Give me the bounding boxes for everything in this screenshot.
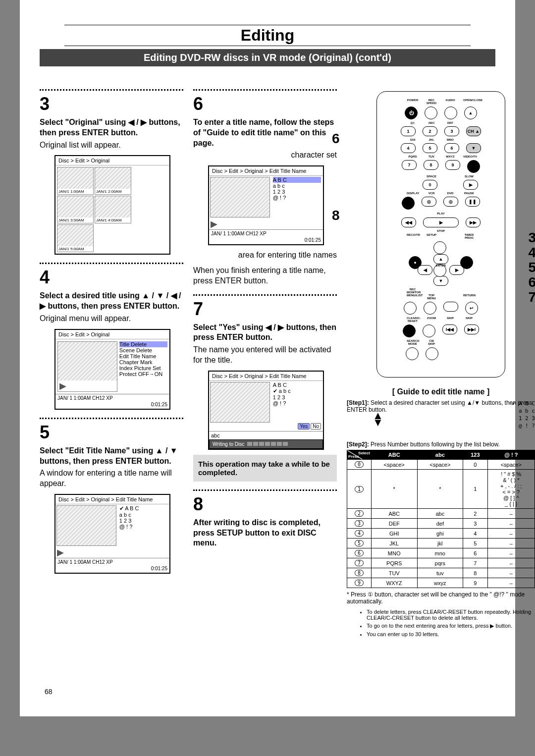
key-2[interactable]: 2 [423, 126, 437, 136]
topmenu-button[interactable] [424, 302, 436, 315]
guide-title: [ Guide to edit title name ] [347, 387, 535, 396]
key-8[interactable]: 8 [424, 160, 438, 170]
step-6: 6 To enter a title name, follow the step… [193, 89, 337, 286]
step-8-instr: After writing to disc is completed, pres… [193, 518, 337, 548]
key-4[interactable]: 4 [401, 143, 416, 153]
callout-charset: character set [193, 150, 337, 161]
timerprog-button[interactable] [460, 256, 473, 269]
step-5: 5 Select "Edit Title Name" using ▲ / ▼ b… [40, 418, 183, 574]
remote-illustration: POWERREC SPEEDAUDIOOPEN/CLOSE ⏻▲ @/:ABCD… [376, 91, 505, 378]
nav-up[interactable]: ▲ [433, 254, 448, 264]
guide-footnote: * Press ① button, character set will be … [347, 591, 535, 605]
recmonitor-button[interactable] [443, 302, 458, 312]
step-num-5: 5 [40, 422, 183, 443]
charset-table: Select Press ABC abc 123 @ ! ? 0<space><… [347, 450, 535, 588]
step-3: 3 Select "Original" using ◀ / ▶ buttons,… [40, 89, 183, 255]
step-num-8: 8 [193, 494, 337, 515]
screen-original-list: Disc > Edit > Original JAN/1 1:00AM JAN/… [54, 155, 170, 255]
searchmode-button[interactable] [406, 347, 419, 360]
nav-pad: ● ▲ ◀ ▶ ▼ ENTER [409, 241, 473, 286]
zoom-button[interactable] [423, 324, 435, 337]
nav-down[interactable]: ▼ [433, 276, 448, 286]
guide-notes: To delete letters, press CLEAR/C-RESET b… [347, 609, 535, 637]
audio-button[interactable] [444, 107, 457, 119]
pause-button[interactable]: ❚❚ [465, 197, 480, 207]
skip-prev-button[interactable]: I◀◀ [442, 324, 457, 334]
remote-callout-3: 3 [528, 230, 535, 246]
step-7-result: The name you entered will be activated f… [193, 345, 337, 366]
key-6[interactable]: 6 [444, 143, 459, 153]
step-4-result: Original menu will appear. [40, 314, 183, 324]
page-number: 68 [45, 688, 53, 696]
step-num-6: 6 [193, 94, 337, 114]
remote-callout-6-left: 6 [332, 131, 340, 147]
key-0[interactable]: 0 [423, 180, 437, 190]
key-5[interactable]: 5 [423, 143, 437, 153]
screen-edit-title-1: Disc > Edit > Original > Edit Title Name… [54, 494, 170, 574]
menulist-button[interactable] [404, 302, 417, 315]
remote-callout-7: 7 [528, 289, 535, 305]
recspeed-button[interactable] [425, 107, 437, 119]
power-button[interactable]: ⏻ [405, 107, 418, 119]
step-3-instr: Select "Original" using ◀ / ▶ buttons, t… [40, 117, 183, 138]
step-7-instr: Select "Yes" using ◀ / ▶ buttons, then p… [193, 323, 337, 343]
vcr-button[interactable]: ◎ [422, 197, 436, 207]
step-5-instr: Select "Edit Title Name" using ▲ / ▼ but… [40, 446, 183, 467]
key-1[interactable]: 1 [401, 126, 416, 136]
rew-button[interactable]: ◀◀ [401, 217, 416, 227]
clear-button[interactable] [403, 324, 416, 337]
setup-button[interactable] [433, 241, 446, 254]
step-6-after: When you finish entering a title name, p… [193, 266, 337, 286]
screen-original-menu: Disc > Edit > Original ▶ Title Delete Sc… [54, 329, 170, 410]
page-title: Editing [40, 26, 495, 45]
dvd-button[interactable]: ◎ [443, 197, 458, 207]
note-may-take-while: This operation may take a while to be co… [193, 455, 337, 482]
key-7[interactable]: 7 [402, 160, 417, 170]
callout-area: area for entering title names [193, 250, 337, 261]
videotv-button[interactable] [467, 160, 480, 173]
openclose-button[interactable]: ▲ [464, 107, 477, 119]
step-6-instr: To enter a title name, follow the steps … [193, 117, 337, 148]
screen-edit-title-3: Disc > Edit > Original > Edit Title Name… [208, 371, 324, 450]
remote-callout-8-left: 8 [332, 208, 340, 223]
step-4: 4 Select a desired title using ▲ / ▼ / ◀… [40, 263, 183, 409]
table-diag-header: Select Press [347, 450, 372, 460]
guide-step2: [Step2]: Press Number buttons following … [347, 441, 535, 448]
key-3[interactable]: 3 [444, 126, 459, 136]
remote-callout-6-right: 6 [528, 274, 535, 290]
remote-callout-5: 5 [528, 260, 535, 275]
title-band: Editing Editing DVD-RW discs in VR mode … [40, 20, 495, 66]
display-button[interactable] [402, 197, 415, 210]
play-button[interactable]: ▶ [423, 217, 459, 227]
ch-up-button[interactable]: CH ▲ [466, 126, 481, 136]
skip-next-button[interactable]: ▶▶I [464, 324, 479, 334]
cmskip-button[interactable] [426, 347, 438, 360]
step-7: 7 Select "Yes" using ◀ / ▶ buttons, then… [193, 294, 337, 482]
step-8: 8 After writing to disc is completed, pr… [193, 489, 337, 548]
screen-edit-title-2: Disc > Edit > Original > Edit Title Name… [208, 165, 324, 245]
step-4-instr: Select a desired title using ▲ / ▼ / ◀ /… [40, 291, 183, 312]
ch-down-button[interactable]: ▼ [466, 143, 481, 153]
key-9[interactable]: 9 [445, 160, 460, 170]
step-num-7: 7 [193, 299, 337, 320]
remote-callout-4: 4 [528, 245, 535, 261]
step-num-4: 4 [40, 267, 183, 288]
step-5-result: A window for entering a title name will … [40, 468, 183, 489]
return-button[interactable]: ↩ [465, 302, 478, 315]
ff-button[interactable]: ▶▶ [466, 217, 481, 227]
step-3-result: Original list will appear. [40, 140, 183, 151]
page-subtitle: Editing DVD-RW discs in VR mode (Origina… [40, 49, 495, 66]
slow-button[interactable]: ▶ [463, 180, 478, 190]
step-num-3: 3 [40, 94, 183, 114]
